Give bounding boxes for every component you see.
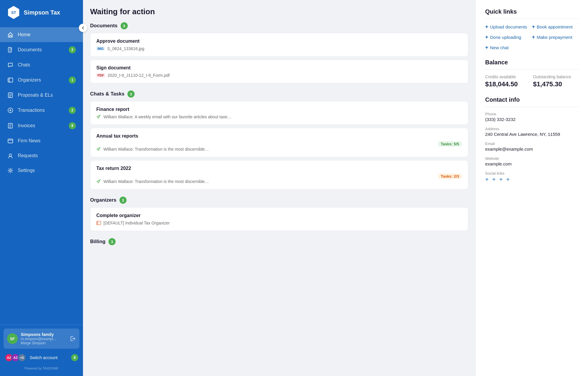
documents-section-title: Documents (90, 23, 118, 29)
sidebar-item-transactions[interactable]: Transactions 2 (0, 103, 83, 118)
plus-icon-book: + (532, 24, 535, 30)
account-email: m.simpson@exampl... (21, 337, 67, 341)
organizer-card-default[interactable]: Complete organizer [DEFAULT] Individual … (90, 207, 468, 231)
switch-account-row[interactable]: A2 A3 +5 Switch account 8 (4, 351, 79, 364)
sidebar-item-documents[interactable]: Documents 2 (0, 42, 83, 58)
sidebar-item-firmnews[interactable]: Firm News (0, 133, 83, 148)
document-card-sign[interactable]: Sign document PDF 2020_I-9_J1110-12_I-9_… (90, 60, 468, 83)
powered-by-text: Powered by (25, 367, 42, 370)
balance-grid: Credits available $18,044.50 Outstanding… (485, 74, 579, 88)
logo-hex: ST (7, 6, 20, 19)
chat-card-finance[interactable]: Finance report William Wallace: A weekly… (90, 101, 468, 125)
quick-link-done-label: Done uploading (490, 35, 521, 40)
social-links-field: Social links + + + + (485, 171, 579, 183)
quick-link-book-appointment[interactable]: + Book appointment (532, 24, 579, 30)
proposals-icon (7, 92, 14, 98)
credits-label: Credits available (485, 74, 531, 79)
organizer-icon (96, 221, 101, 225)
outstanding-label: Outstanding balance (533, 74, 579, 79)
chats-icon (7, 62, 14, 68)
document-card-approve[interactable]: Approve document IMG S_0624_133616.jpg (90, 33, 468, 57)
sidebar-item-settings[interactable]: Settings (0, 163, 83, 178)
document-approve-filename: S_0624_133616.jpg (107, 46, 144, 51)
document-approve-meta: IMG S_0624_133616.jpg (96, 46, 462, 51)
quick-link-upload-label: Upload documents (490, 24, 527, 29)
chat-annual-title: Annual tax reports (96, 133, 462, 139)
social-link-1[interactable]: + (485, 176, 489, 183)
phone-label: Phone (485, 112, 579, 116)
sidebar-collapse-button[interactable] (79, 24, 87, 32)
sidebar-item-label-invoices: Invoices (18, 123, 35, 128)
sidebar-nav: Home Documents 2 Chats Organizers 1 (0, 25, 83, 325)
chat-taxreturn-meta-row: Tasks: 2/3 (96, 173, 462, 179)
credits-block: Credits available $18,044.50 (485, 74, 531, 88)
sidebar-logo: ST Simpson Tax (0, 0, 83, 25)
quick-link-new-chat[interactable]: + New chat (485, 44, 532, 51)
documents-section-header: Documents 3 (90, 22, 468, 29)
sidebar-item-proposals[interactable]: Proposals & ELs (0, 88, 83, 103)
sidebar-item-label-home: Home (18, 32, 31, 37)
social-links: + + + + (485, 176, 579, 183)
email-value: example@example.com (485, 146, 579, 152)
sidebar-item-organizers[interactable]: Organizers 1 (0, 72, 83, 88)
mini-avatars: A2 A3 +5 (5, 353, 24, 362)
social-link-4[interactable]: + (506, 176, 510, 183)
sidebar-item-label-firmnews: Firm News (18, 138, 40, 144)
send-icon-annual (96, 147, 101, 152)
svg-point-8 (9, 170, 11, 171)
quick-link-upload-documents[interactable]: + Upload documents (485, 24, 532, 30)
document-sign-meta: PDF 2020_I-9_J1110-12_I-9_Form.pdf (96, 73, 462, 78)
email-label: Email (485, 141, 579, 146)
social-link-3[interactable]: + (499, 176, 503, 183)
quick-link-chat-label: New chat (490, 45, 509, 50)
contact-info-title: Contact info (485, 96, 579, 107)
sidebar-item-requests[interactable]: Requests (0, 148, 83, 163)
chat-card-taxreturn[interactable]: Tax return 2022 Tasks: 2/3 William Walla… (90, 160, 468, 189)
balance-section: Balance Credits available $18,044.50 Out… (485, 59, 579, 88)
sidebar-item-label-chats: Chats (18, 62, 30, 68)
logout-icon[interactable] (70, 336, 76, 342)
svg-rect-0 (9, 35, 11, 37)
chats-tasks-section-header: Chats & Tasks 3 (90, 90, 468, 98)
phone-field: Phone (333) 332-3232 (485, 112, 579, 122)
account-name: Simpsons family (21, 332, 67, 337)
chat-finance-message: William Wallace: A weekly email with our… (103, 114, 231, 119)
document-approve-action: Approve document (96, 39, 462, 44)
chat-taxreturn-meta: William Wallace: Transformation is the m… (96, 179, 462, 184)
organizers-badge: 1 (69, 77, 76, 84)
contact-info-section: Contact info Phone (333) 332-3232 Addres… (485, 96, 579, 183)
sidebar-item-label-transactions: Transactions (18, 108, 45, 113)
quick-link-prepayment-label: Make prepayment (537, 35, 572, 40)
organizers-section-badge: 3 (119, 197, 127, 204)
documents-badge: 2 (69, 46, 76, 53)
organizers-section-header: Organizers 3 (90, 197, 468, 204)
chat-finance-meta: William Wallace: A weekly email with our… (96, 114, 462, 119)
svg-rect-9 (97, 221, 101, 225)
sidebar-item-home[interactable]: Home (0, 27, 83, 42)
social-link-2[interactable]: + (492, 176, 496, 183)
plus-icon-chat: + (485, 44, 488, 51)
taxdome-label: TAXDOME (43, 367, 59, 370)
plus-icon-prepayment: + (532, 34, 535, 40)
chat-card-annual[interactable]: Annual tax reports Tasks: 5/5 William Wa… (90, 128, 468, 157)
invoices-badge: 8 (69, 122, 76, 129)
phone-value: (333) 332-3232 (485, 117, 579, 122)
account-info: Simpsons family m.simpson@exampl... Marg… (21, 332, 67, 345)
credits-amount: $18,044.50 (485, 80, 531, 88)
organizers-section-title: Organizers (90, 197, 116, 203)
chats-tasks-section-badge: 3 (127, 90, 135, 98)
quick-links-grid: + Upload documents + Book appointment + … (485, 24, 579, 51)
organizers-section: Organizers 3 Complete organizer [DEFAULT… (90, 197, 468, 231)
quick-link-done-uploading[interactable]: + Done uploading (485, 34, 532, 40)
invoices-icon (7, 122, 14, 129)
sidebar-item-chats[interactable]: Chats (0, 58, 83, 72)
chat-finance-title: Finance report (96, 107, 462, 112)
documents-section: Documents 3 Approve document IMG S_0624_… (90, 22, 468, 83)
balance-title: Balance (485, 59, 579, 70)
send-icon-taxreturn (96, 179, 101, 184)
sidebar-item-invoices[interactable]: Invoices 8 (0, 118, 83, 133)
home-icon (7, 31, 14, 38)
account-card[interactable]: SF Simpsons family m.simpson@exampl... M… (4, 329, 79, 349)
quick-link-make-prepayment[interactable]: + Make prepayment (532, 34, 579, 40)
documents-section-badge: 3 (121, 22, 128, 29)
